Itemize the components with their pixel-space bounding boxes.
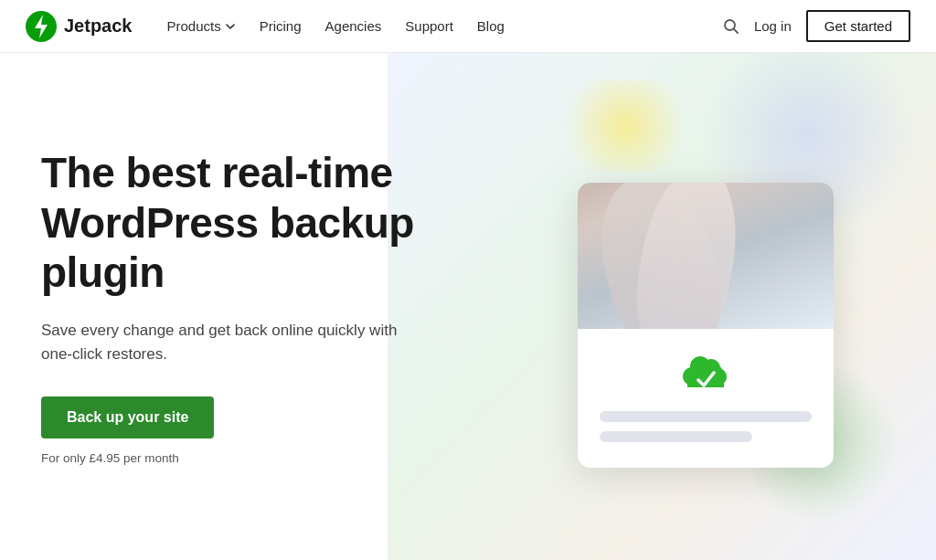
card-lines: [600, 411, 812, 442]
hero-section: The best real-time WordPress backup plug…: [0, 53, 936, 560]
jetpack-logo-icon: [26, 11, 57, 42]
nav-pricing[interactable]: Pricing: [250, 13, 311, 39]
cloud-check-icon: [679, 351, 732, 395]
nav-agencies[interactable]: Agencies: [316, 13, 391, 39]
backup-card: [578, 183, 834, 468]
get-started-button[interactable]: Get started: [806, 10, 910, 42]
search-icon: [723, 18, 739, 35]
logo-link[interactable]: Jetpack: [26, 11, 133, 42]
hero-illustration: [475, 53, 936, 560]
price-note: For only £4.95 per month: [41, 451, 475, 465]
nav-products[interactable]: Products: [158, 13, 245, 39]
cta-button[interactable]: Back up your site: [41, 396, 214, 438]
svg-line-3: [734, 28, 738, 32]
card-body: [578, 329, 834, 468]
hero-headline: The best real-time WordPress backup plug…: [41, 148, 475, 297]
search-button[interactable]: [723, 18, 739, 35]
card-image: [578, 183, 834, 329]
login-link[interactable]: Log in: [754, 18, 792, 34]
nav-support[interactable]: Support: [396, 13, 463, 39]
logo-text: Jetpack: [64, 16, 133, 37]
nav-right: Log in Get started: [723, 10, 910, 42]
card-line-2: [600, 431, 752, 442]
nav-links: Products Pricing Agencies Support Blog: [158, 13, 723, 39]
navbar: Jetpack Products Pricing Agencies Suppor…: [0, 0, 936, 53]
card-line-1: [600, 411, 812, 422]
nav-blog[interactable]: Blog: [468, 13, 514, 39]
hero-subtext: Save every change and get back online qu…: [41, 319, 407, 367]
hero-content: The best real-time WordPress backup plug…: [0, 53, 475, 560]
chevron-down-icon: [225, 21, 236, 32]
cloud-check-icon-wrapper: [679, 351, 732, 395]
